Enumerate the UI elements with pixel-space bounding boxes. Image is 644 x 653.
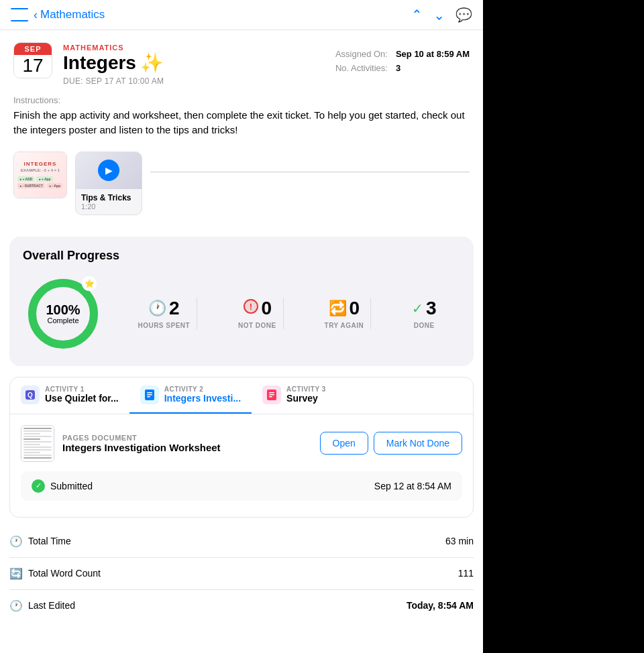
word-count-icon: 🔄 xyxy=(9,567,23,580)
open-button[interactable]: Open xyxy=(320,432,368,455)
instructions-section: Instructions: Finish the app activity an… xyxy=(0,95,483,146)
submitted-check-icon: ✓ xyxy=(32,479,45,493)
activity-tab-2[interactable]: ACTIVITY 2 Integers Investi... xyxy=(129,377,252,414)
doc-thumbnail xyxy=(21,425,54,462)
stat-top: ✓ 3 xyxy=(412,298,437,319)
stat-try-again: 🔁 0 TRY AGAIN xyxy=(318,298,372,329)
detail-left: 🕐 Total Time xyxy=(9,535,71,548)
assignment-subject: Mathematics xyxy=(63,44,164,52)
donut-chart: 100% Complete ⭐ xyxy=(23,274,103,354)
nav-left: ‹ Mathematics xyxy=(11,8,105,21)
svg-rect-14 xyxy=(269,396,272,398)
stat-number-done: 3 xyxy=(426,298,437,319)
detail-rows: 🕐 Total Time 63 min 🔄 Total Word Count 1… xyxy=(9,526,474,621)
assignment-header: SEP 17 Mathematics Integers ✨ DUE: SEP 1… xyxy=(0,30,483,95)
activity-tab-name-3: Survey xyxy=(286,393,326,404)
back-label: Mathematics xyxy=(40,8,105,21)
stat-label-hours: HOURS SPENT xyxy=(138,322,190,329)
mark-not-done-button[interactable]: Mark Not Done xyxy=(374,432,462,455)
submitted-text: Submitted xyxy=(50,481,93,491)
submitted-row: ✓ Submitted Sep 12 at 8:54 AM xyxy=(32,479,451,493)
assigned-on-row: Assigned On: Sep 10 at 8:59 AM xyxy=(335,49,470,59)
activity-tab-name-2: Integers Investi... xyxy=(164,393,241,404)
activity-tab-text-3: ACTIVITY 3 Survey xyxy=(286,385,326,404)
detail-row-word-count: 🔄 Total Word Count 111 xyxy=(9,558,474,590)
activity-tab-num-3: ACTIVITY 3 xyxy=(286,385,326,393)
stat-not-done: ! 0 NOT DONE xyxy=(231,298,284,329)
poster-attachment[interactable]: INTEGERS EXAMPLE: -3 + 4 = 1 ● + ADD ● +… xyxy=(13,152,67,198)
stat-top: 🕐 2 xyxy=(148,298,180,319)
video-duration: 1:20 xyxy=(81,202,136,211)
nav-right: ⌃ ⌃ 💬 xyxy=(411,7,472,23)
stat-top: ! 0 xyxy=(243,298,272,319)
assignment-title-text: Integers xyxy=(63,53,136,74)
activity-content: PAGES DOCUMENT Integers Investigation Wo… xyxy=(10,414,473,517)
activity-icon-3 xyxy=(262,385,281,404)
assignment-sparkle: ✨ xyxy=(140,53,164,74)
activity-tab-name-1: Use Quizlet for... xyxy=(45,393,119,404)
chevron-down-icon[interactable]: ⌃ xyxy=(433,7,445,23)
comment-icon[interactable]: 💬 xyxy=(455,7,472,23)
clock-icon: 🕐 xyxy=(148,300,166,317)
clock-icon: 🕐 xyxy=(9,535,23,548)
stat-number-not-done: 0 xyxy=(262,298,272,319)
chevron-up-icon[interactable]: ⌃ xyxy=(411,7,423,23)
progress-section: Overall Progress 100% Complete ⭐ 🕐 2 xyxy=(9,237,474,366)
main-panel: ‹ Mathematics ⌃ ⌃ 💬 SEP 17 Mathematics I… xyxy=(0,0,483,653)
done-icon: ✓ xyxy=(412,300,423,316)
stat-done: ✓ 3 DONE xyxy=(405,298,443,329)
activity-tab-num-2: ACTIVITY 2 xyxy=(164,385,241,393)
instructions-text: Finish the app activity and worksheet, t… xyxy=(13,108,470,138)
divider xyxy=(150,172,470,172)
detail-left: 🕐 Last Edited xyxy=(9,599,75,612)
video-title: Tips & Tricks xyxy=(81,193,136,202)
svg-text:!: ! xyxy=(249,302,252,312)
doc-info: PAGES DOCUMENT Integers Investigation Wo… xyxy=(62,434,221,453)
submitted-card: ✓ Submitted Sep 12 at 8:54 AM xyxy=(21,471,462,501)
video-preview: ▶ xyxy=(76,152,142,189)
word-count-label: Total Word Count xyxy=(28,568,101,579)
last-edited-value: Today, 8:54 AM xyxy=(407,600,474,611)
stat-label-not-done: NOT DONE xyxy=(238,322,276,329)
stats-grid: 🕐 2 HOURS SPENT ! 0 xyxy=(103,298,460,329)
sidebar-toggle-button[interactable] xyxy=(11,8,28,21)
stat-number-hours: 2 xyxy=(169,298,180,319)
activities-count-row: No. Activities: 3 xyxy=(335,63,470,73)
assignment-due: DUE: SEP 17 AT 10:00 AM xyxy=(63,76,164,86)
activity-icon-1: Q xyxy=(21,385,40,404)
try-again-icon: 🔁 xyxy=(329,300,347,317)
activity-icon-2 xyxy=(140,385,159,404)
last-edited-label: Last Edited xyxy=(28,600,75,611)
activity-tab-1[interactable]: Q ACTIVITY 1 Use Quizlet for... xyxy=(10,377,129,414)
assigned-value: Sep 10 at 8:59 AM xyxy=(396,49,470,59)
chevron-left-icon: ‹ xyxy=(34,9,38,21)
attachments-section: INTEGERS EXAMPLE: -3 + 4 = 1 ● + ADD ● +… xyxy=(0,146,483,226)
activity-doc-header: PAGES DOCUMENT Integers Investigation Wo… xyxy=(21,425,462,462)
word-count-value: 111 xyxy=(458,568,474,579)
activity-tab-num-1: ACTIVITY 1 xyxy=(45,385,119,393)
doc-name: Integers Investigation Worksheet xyxy=(62,442,221,453)
activities-section: Q ACTIVITY 1 Use Quizlet for... xyxy=(9,377,474,518)
submitted-left: ✓ Submitted xyxy=(32,479,93,493)
top-nav: ‹ Mathematics ⌃ ⌃ 💬 xyxy=(0,0,483,30)
play-icon: ▶ xyxy=(98,160,119,181)
assignment-title: Integers ✨ xyxy=(63,53,164,74)
back-button[interactable]: ‹ Mathematics xyxy=(34,8,105,21)
video-attachment[interactable]: ▶ Tips & Tricks 1:20 xyxy=(75,152,142,215)
doc-type: PAGES DOCUMENT xyxy=(62,434,221,442)
video-info: Tips & Tricks 1:20 xyxy=(76,189,142,215)
detail-row-last-edited: 🕐 Last Edited Today, 8:54 AM xyxy=(9,590,474,621)
progress-stats: 100% Complete ⭐ 🕐 2 HOURS SPENT xyxy=(23,274,460,354)
detail-row-total-time: 🕐 Total Time 63 min xyxy=(9,526,474,558)
activity-tabs: Q ACTIVITY 1 Use Quizlet for... xyxy=(10,377,473,414)
calendar-day: 17 xyxy=(14,55,52,78)
progress-title: Overall Progress xyxy=(23,249,460,263)
activity-tab-text-1: ACTIVITY 1 Use Quizlet for... xyxy=(45,385,119,404)
stat-hours-spent: 🕐 2 HOURS SPENT xyxy=(131,298,197,329)
svg-rect-9 xyxy=(147,394,152,396)
activity-tab-text-2: ACTIVITY 2 Integers Investi... xyxy=(164,385,241,404)
activities-label: No. Activities: xyxy=(335,63,388,73)
stat-number-try-again: 0 xyxy=(350,298,360,319)
activity-tab-3[interactable]: ACTIVITY 3 Survey xyxy=(252,377,337,414)
submitted-time: Sep 12 at 8:54 AM xyxy=(374,481,451,491)
